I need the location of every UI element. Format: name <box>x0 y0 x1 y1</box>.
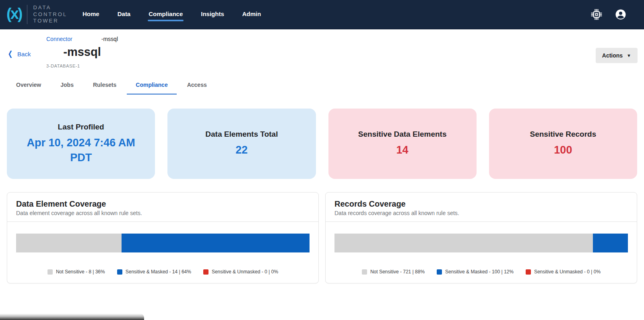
panel-subtitle: Data element coverage across all known r… <box>16 210 310 216</box>
bar-segment-sensitive-masked <box>122 234 310 252</box>
legend-label: Sensitive & Unmasked - 0 | 0% <box>534 269 601 275</box>
card-title: Sensitive Records <box>530 130 597 139</box>
card-title: Sensitive Data Elements <box>358 130 447 139</box>
panel-header: Records Coverage Data records coverage a… <box>326 193 637 222</box>
data-element-coverage-panel: Data Element Coverage Data element cover… <box>7 192 319 283</box>
tab-access[interactable]: Access <box>178 76 216 94</box>
legend-label: Sensitive & Masked - 14 | 64% <box>126 269 191 275</box>
tab-rulesets[interactable]: Rulesets <box>84 76 125 94</box>
summary-cards: Last Profiled Apr 10, 2024 7:46 AM PDT D… <box>0 109 644 179</box>
breadcrumb-current: -mssql <box>101 36 118 42</box>
card-value: 14 <box>396 143 409 157</box>
actions-button[interactable]: Actions ▼ <box>596 48 638 63</box>
legend-swatch-blue <box>117 269 122 275</box>
card-value: Apr 10, 2024 7:46 AM PDT <box>21 135 140 165</box>
legend-label: Sensitive & Masked - 100 | 12% <box>445 269 514 275</box>
nav-item-admin[interactable]: Admin <box>242 8 261 21</box>
bar-segment-not-sensitive <box>334 234 593 252</box>
legend-swatch-blue <box>437 269 442 275</box>
back-button[interactable]: ❮ Back <box>7 50 31 57</box>
brand-line-2: CONTROL <box>33 11 67 17</box>
legend-swatch-red <box>526 269 531 275</box>
nav-item-insights[interactable]: Insights <box>201 8 224 21</box>
breadcrumb-connector-link[interactable]: Connector <box>46 36 72 42</box>
legend-item-sensitive-masked: Sensitive & Masked - 14 | 64% <box>117 269 191 275</box>
panel-title: Records Coverage <box>334 199 628 209</box>
legend-label: Sensitive & Unmasked - 0 | 0% <box>212 269 278 275</box>
delphix-logo-icon: (x) <box>6 6 27 21</box>
panel-subtitle: Data records coverage across all known r… <box>334 210 628 216</box>
bar-segment-sensitive-masked <box>593 234 628 252</box>
navbar-right <box>591 9 626 20</box>
main-nav: Home Data Compliance Insights Admin <box>83 8 261 21</box>
chart-legend: Not Sensitive - 721 | 88% Sensitive & Ma… <box>330 269 633 275</box>
stacked-bar-chart <box>16 234 310 252</box>
card-sensitive-data-elements: Sensitive Data Elements 14 <box>328 109 477 179</box>
tab-compliance[interactable]: Compliance <box>127 76 176 94</box>
legend-item-not-sensitive: Not Sensitive - 8 | 36% <box>47 269 105 275</box>
card-value: 22 <box>235 143 248 157</box>
chart-legend: Not Sensitive - 8 | 36% Sensitive & Mask… <box>11 269 314 275</box>
chip-icon[interactable] <box>591 9 602 20</box>
legend-swatch-gray <box>47 269 53 275</box>
card-last-profiled: Last Profiled Apr 10, 2024 7:46 AM PDT <box>7 109 155 179</box>
nav-item-home[interactable]: Home <box>83 8 99 21</box>
legend-label: Not Sensitive - 721 | 88% <box>370 269 425 275</box>
legend-item-not-sensitive: Not Sensitive - 721 | 88% <box>362 269 425 275</box>
actions-label: Actions <box>602 52 623 59</box>
bar-segment-not-sensitive <box>16 234 122 252</box>
records-coverage-panel: Records Coverage Data records coverage a… <box>325 192 637 283</box>
brand: (x) DATA CONTROL TOWER <box>6 4 67 25</box>
top-navbar: (x) DATA CONTROL TOWER Home Data Complia… <box>0 0 644 29</box>
brand-line-3: TOWER <box>33 18 58 24</box>
panel-title: Data Element Coverage <box>16 199 310 209</box>
legend-swatch-red <box>203 269 208 275</box>
card-title: Last Profiled <box>58 123 104 131</box>
brand-line-1: DATA <box>33 4 51 10</box>
card-value: 100 <box>554 143 572 157</box>
account-icon[interactable] <box>615 9 626 20</box>
page-header: ❮ Back Connector -mssql -mssql 3-DATABAS… <box>0 33 644 75</box>
card-sensitive-records: Sensitive Records 100 <box>489 109 637 179</box>
back-label: Back <box>17 51 31 57</box>
card-title: Data Elements Total <box>205 130 278 139</box>
legend-swatch-gray <box>362 269 367 275</box>
legend-item-sensitive-unmasked: Sensitive & Unmasked - 0 | 0% <box>203 269 278 275</box>
nav-item-data[interactable]: Data <box>118 8 131 21</box>
tab-jobs[interactable]: Jobs <box>52 76 83 94</box>
page-title: -mssql <box>46 45 118 59</box>
legend-item-sensitive-unmasked: Sensitive & Unmasked - 0 | 0% <box>526 269 601 275</box>
caret-down-icon: ▼ <box>627 53 631 58</box>
breadcrumb: Connector -mssql <box>46 36 118 42</box>
panel-header: Data Element Coverage Data element cover… <box>7 193 318 222</box>
stacked-bar-chart <box>334 234 628 252</box>
coverage-panels: Data Element Coverage Data element cover… <box>0 192 644 283</box>
bottom-overlay-bar <box>0 314 144 320</box>
brand-divider <box>27 5 27 24</box>
page-subtitle: 3-DATABASE-1 <box>46 64 118 68</box>
brand-title: DATA CONTROL TOWER <box>33 4 67 25</box>
legend-item-sensitive-masked: Sensitive & Masked - 100 | 12% <box>437 269 514 275</box>
title-block: Connector -mssql -mssql 3-DATABASE-1 <box>46 36 118 68</box>
card-data-elements-total: Data Elements Total 22 <box>167 109 316 179</box>
tab-overview[interactable]: Overview <box>7 76 50 94</box>
chevron-left-icon: ❮ <box>8 50 13 57</box>
legend-label: Not Sensitive - 8 | 36% <box>56 269 105 275</box>
nav-item-compliance[interactable]: Compliance <box>149 8 183 21</box>
detail-tabs: Overview Jobs Rulesets Compliance Access <box>0 76 644 94</box>
